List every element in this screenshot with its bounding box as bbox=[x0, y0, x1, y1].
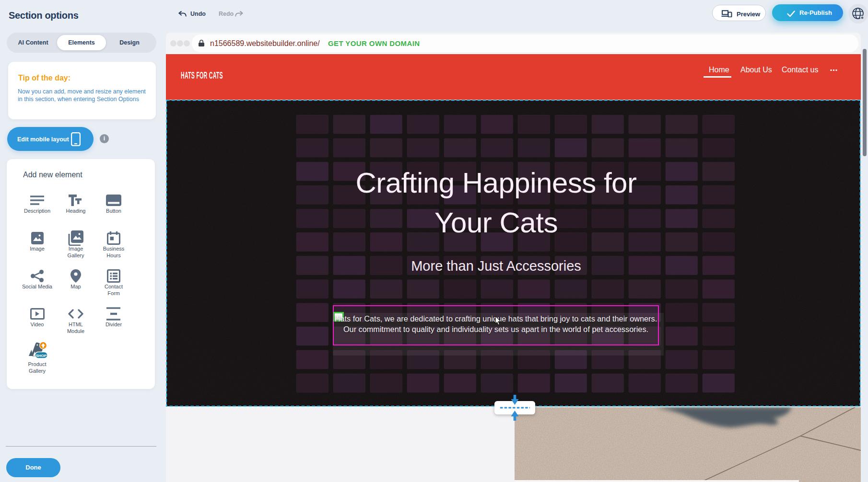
svg-text:SHOP: SHOP bbox=[35, 354, 47, 358]
